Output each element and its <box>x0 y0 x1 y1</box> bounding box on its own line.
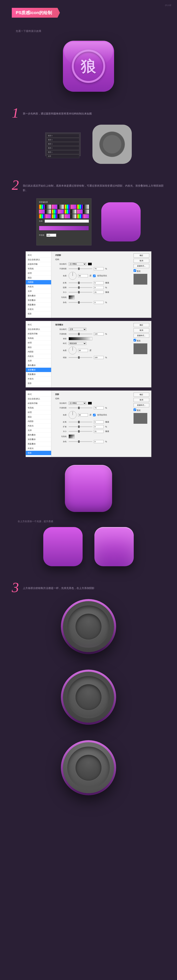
global-light-check[interactable] <box>93 414 96 416</box>
dialog-main: 内阴影 结构 混合模式:正片叠底 不透明度:% 角度:度使用全局光 距离:像素 … <box>51 251 132 318</box>
cancel-button[interactable]: 取消 <box>134 259 149 263</box>
new-style-button[interactable]: 新建样式... <box>134 334 149 338</box>
opacity-input[interactable] <box>94 406 104 409</box>
contour-thumb[interactable] <box>69 295 74 299</box>
size-input[interactable] <box>94 291 104 294</box>
noise-slider[interactable] <box>69 302 92 303</box>
spread-slider[interactable] <box>69 426 92 427</box>
dist-input[interactable] <box>94 420 104 423</box>
blend-select[interactable]: 正片叠底 <box>69 262 86 266</box>
side-item[interactable]: 斜面和浮雕 <box>26 332 51 336</box>
side-item-active[interactable]: 渐变叠加 <box>26 368 51 372</box>
gradient-bar[interactable] <box>39 226 89 231</box>
spread-input[interactable] <box>94 425 104 428</box>
new-style-button[interactable]: 新建样式... <box>134 264 149 268</box>
cancel-button[interactable]: 取消 <box>134 398 149 402</box>
side-item[interactable]: 颜色叠加 <box>26 363 51 368</box>
noise-slider[interactable] <box>69 441 92 442</box>
side-item[interactable]: 混合选项:默认 <box>26 327 51 332</box>
side-item-active[interactable]: 投影 <box>26 451 51 455</box>
angle-input[interactable] <box>78 414 88 417</box>
size-slider[interactable] <box>69 431 92 432</box>
side-item[interactable]: 图案叠加 <box>26 442 51 446</box>
blend-select[interactable]: 正常 <box>69 328 86 331</box>
size-slider[interactable] <box>69 292 92 293</box>
preview-check[interactable]: 预览 <box>134 409 149 412</box>
side-item[interactable]: 斜面和浮雕 <box>26 262 51 267</box>
opacity-slider[interactable] <box>69 334 92 334</box>
side-item[interactable]: 描边 <box>26 415 51 419</box>
size-input[interactable] <box>94 430 104 433</box>
side-item[interactable]: 光泽 <box>26 359 51 363</box>
side-item[interactable]: 描边 <box>26 345 51 350</box>
side-item[interactable]: 外发光 <box>26 446 51 451</box>
smoothness-input[interactable] <box>47 234 56 237</box>
side-item[interactable]: 渐变叠加 <box>26 437 51 442</box>
side-item[interactable]: 样式 <box>26 253 51 258</box>
side-item[interactable]: 外发光 <box>26 307 51 312</box>
scale-slider[interactable] <box>69 357 92 358</box>
side-item[interactable]: 内发光 <box>26 424 51 428</box>
side-item[interactable]: 光泽 <box>26 428 51 433</box>
style-select[interactable]: 线性加深 <box>69 342 86 345</box>
scale-input[interactable] <box>94 356 104 359</box>
side-item[interactable]: 图案叠加 <box>26 302 51 307</box>
side-item[interactable]: 颜色叠加 <box>26 433 51 437</box>
contour-thumb[interactable] <box>69 434 74 439</box>
preview-check[interactable]: 预览 <box>134 269 149 273</box>
color-swatch[interactable] <box>88 262 92 266</box>
side-item[interactable]: 外发光 <box>26 377 51 381</box>
side-item[interactable]: 光泽 <box>26 289 51 294</box>
side-item[interactable]: 样式 <box>26 323 51 327</box>
side-item[interactable]: 斜面和浮雕 <box>26 401 51 406</box>
opacity-input[interactable] <box>94 267 104 270</box>
side-item[interactable]: 内发光 <box>26 285 51 289</box>
noise-input[interactable] <box>94 301 104 304</box>
angle-dial[interactable] <box>69 411 77 419</box>
blend-select[interactable]: 正片叠底 <box>69 402 86 405</box>
side-item[interactable]: 混合选项:默认 <box>26 258 51 262</box>
side-item[interactable]: 投影 <box>26 312 51 316</box>
new-style-button[interactable]: 新建样式... <box>134 403 149 407</box>
choke-input[interactable] <box>94 286 104 289</box>
gradient-preview[interactable] <box>69 337 92 340</box>
side-item[interactable]: 样式 <box>26 392 51 397</box>
noise-input[interactable] <box>94 440 104 443</box>
opacity-slider[interactable] <box>69 268 92 269</box>
angle-dial[interactable] <box>69 347 77 354</box>
side-item[interactable]: 颜色叠加 <box>26 294 51 298</box>
color-swatch[interactable] <box>88 402 92 404</box>
dist-input[interactable] <box>94 281 104 285</box>
side-item[interactable]: 图案叠加 <box>26 372 51 377</box>
side-item-active[interactable]: 内阴影 <box>26 280 51 285</box>
side-item[interactable]: 混合选项:默认 <box>26 397 51 401</box>
side-item[interactable]: 渐变叠加 <box>26 298 51 302</box>
gradient-name-input[interactable] <box>45 220 89 223</box>
side-item[interactable]: 内阴影 <box>26 350 51 354</box>
preview-check[interactable]: 预览 <box>134 339 149 342</box>
ok-button[interactable]: 确定 <box>134 323 149 327</box>
opacity-input[interactable] <box>94 332 104 336</box>
side-item[interactable]: 投影 <box>26 381 51 386</box>
side-item[interactable]: 等高线 <box>26 336 51 340</box>
ok-button[interactable]: 确定 <box>134 393 149 397</box>
side-item[interactable]: 纹理 <box>26 410 51 415</box>
dist-slider[interactable] <box>69 282 92 283</box>
global-light-check[interactable] <box>93 275 96 277</box>
side-item[interactable]: 内阴影 <box>26 419 51 424</box>
cancel-button[interactable]: 取消 <box>134 328 149 332</box>
side-item[interactable]: 等高线 <box>26 406 51 410</box>
side-item[interactable]: 纹理 <box>26 340 51 345</box>
side-item[interactable]: 描边 <box>26 275 51 280</box>
ok-button[interactable]: 确定 <box>134 253 149 258</box>
side-item[interactable]: 等高线 <box>26 267 51 271</box>
side-item[interactable]: 内发光 <box>26 354 51 359</box>
choke-slider[interactable] <box>69 287 92 288</box>
angle-dial[interactable] <box>69 272 77 280</box>
angle-input[interactable] <box>78 274 88 277</box>
opacity-slider[interactable] <box>69 407 92 408</box>
angle-input[interactable] <box>78 349 88 352</box>
dist-slider[interactable] <box>69 422 92 422</box>
side-item[interactable]: 纹理 <box>26 271 51 275</box>
style-label: 样式: <box>55 342 67 345</box>
